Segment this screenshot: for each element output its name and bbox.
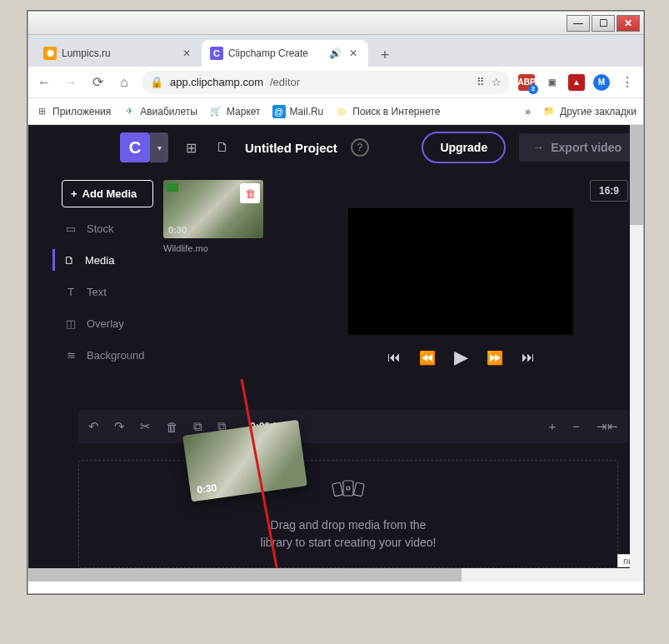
redo-button[interactable]: ↷ <box>114 419 125 434</box>
reload-button[interactable]: ⟳ <box>88 73 107 92</box>
zoom-out-button[interactable]: − <box>572 419 580 434</box>
logo-dropdown-icon[interactable]: ▾ <box>150 132 168 162</box>
back-button[interactable]: ← <box>35 73 53 92</box>
play-button[interactable]: ▶ <box>454 347 468 368</box>
tab-title: Lumpics.ru <box>62 47 175 59</box>
tab-favicon-icon: ✺ <box>43 47 57 60</box>
extension-box-icon[interactable]: ▣ <box>543 74 560 91</box>
delete-button[interactable]: 🗑 <box>166 420 178 434</box>
window-minimize-button[interactable]: — <box>567 15 590 32</box>
bookmark-overflow[interactable]: » <box>525 106 531 117</box>
lock-icon: 🔒 <box>150 76 163 88</box>
bookmark-apps[interactable]: ⊞ Приложения <box>35 105 111 118</box>
preview-canvas[interactable] <box>348 208 573 335</box>
tab-favicon-icon: C <box>210 47 223 60</box>
plus-icon: + <box>71 187 77 200</box>
rewind-button[interactable]: ⏪ <box>419 350 436 366</box>
bookmark-star-icon[interactable]: ☆ <box>492 76 502 88</box>
window-titlebar: — ☐ ✕ <box>28 12 643 35</box>
window-close-button[interactable]: ✕ <box>617 15 640 32</box>
vertical-scrollbar[interactable] <box>630 125 643 582</box>
media-icon: 🗋 <box>62 252 77 267</box>
add-media-button[interactable]: + Add Media <box>62 180 153 207</box>
sidebar-item-stock[interactable]: ▭ Stock <box>62 217 153 239</box>
sidebar: + Add Media ▭ Stock 🗋 Media T Text <box>62 180 153 403</box>
tab-close-icon[interactable]: ✕ <box>347 47 360 60</box>
tab-close-icon[interactable]: ✕ <box>180 47 193 60</box>
extension-abp-icon[interactable]: ABP 2 <box>518 74 535 91</box>
home-button[interactable]: ⌂ <box>115 73 133 92</box>
browser-menu-icon[interactable]: ⋮ <box>618 73 637 92</box>
horizontal-scrollbar[interactable] <box>28 568 630 582</box>
help-icon[interactable]: ? <box>351 138 369 157</box>
forward-button[interactable]: → <box>62 73 80 92</box>
clip-filename: Wildlife.mo <box>163 243 263 253</box>
project-title[interactable]: Untitled Project <box>245 141 337 155</box>
undo-button[interactable]: ↶ <box>88 419 99 434</box>
aspect-ratio-button[interactable]: 16:9 <box>590 180 628 202</box>
layout-icon[interactable]: ⊞ <box>182 138 200 157</box>
export-button[interactable]: → Export video <box>519 133 635 162</box>
bookmark-mail[interactable]: @ Mail.Ru <box>272 105 324 118</box>
stock-icon: ▭ <box>63 221 78 236</box>
bookmark-other[interactable]: 📁 Другие закладки <box>542 105 637 118</box>
app-logo[interactable]: C <box>120 132 150 162</box>
address-bar[interactable]: 🔒 app.clipchamp.com/editor ⠿ ☆ <box>142 71 510 94</box>
svg-rect-2 <box>353 482 364 497</box>
skip-start-button[interactable]: ⏮ <box>387 350 401 365</box>
preview-panel: 16:9 ⏮ ⏪ ▶ ⏩ ⏭ <box>293 180 628 403</box>
sidebar-item-overlay[interactable]: ◫ Overlay <box>62 312 153 334</box>
new-tab-button[interactable]: + <box>373 43 397 67</box>
upgrade-button[interactable]: Upgrade <box>422 132 506 163</box>
playback-controls: ⏮ ⏪ ▶ ⏩ ⏭ <box>293 347 628 368</box>
svg-rect-0 <box>343 481 353 496</box>
delete-clip-button[interactable]: 🗑 <box>240 183 260 203</box>
profile-avatar[interactable]: M <box>593 74 610 91</box>
bookmark-avia[interactable]: ✈ Авиабилеты <box>122 105 197 118</box>
background-icon: ≋ <box>63 347 78 362</box>
fit-timeline-button[interactable]: ⇥⇤ <box>597 419 618 434</box>
file-icon[interactable]: 🗋 <box>213 138 232 157</box>
bookmarks-bar: ⊞ Приложения ✈ Авиабилеты 🛒 Маркет @ Mai… <box>28 98 643 125</box>
tab-title: Clipchamp Create <box>228 47 323 59</box>
copy-button[interactable]: ⧉ <box>193 419 202 434</box>
export-arrow-icon: → <box>532 141 544 154</box>
overlay-icon: ◫ <box>63 316 78 331</box>
extension-pdf-icon[interactable]: ▲ <box>568 74 585 91</box>
svg-point-3 <box>347 487 350 490</box>
skip-end-button[interactable]: ⏭ <box>522 350 535 365</box>
url-host: app.clipchamp.com <box>170 76 263 88</box>
timeline-toolbar: ↶ ↷ ✂ 🗑 ⧉ ⧉ 0:00 / 0:00 + − ⇥⇤ <box>78 410 628 443</box>
tab-clipchamp[interactable]: C Clipchamp Create 🔊 ✕ <box>202 40 368 67</box>
media-clip-thumbnail[interactable]: 🗑 0:30 Wildlife.mo <box>163 180 263 403</box>
url-path: /editor <box>270 76 300 88</box>
fast-forward-button[interactable]: ⏩ <box>487 350 503 366</box>
bookmark-market[interactable]: 🛒 Маркет <box>209 105 261 118</box>
bookmark-search[interactable]: ◎ Поиск в Интернете <box>335 105 440 118</box>
tab-lumpics[interactable]: ✺ Lumpics.ru ✕ <box>35 40 202 67</box>
browser-tab-bar: ✺ Lumpics.ru ✕ C Clipchamp Create 🔊 ✕ + <box>28 35 643 67</box>
extension-badge: 2 <box>528 84 538 94</box>
drop-zone-text: Drag and drop media from the library to … <box>261 517 437 552</box>
translate-icon[interactable]: ⠿ <box>477 76 485 88</box>
drop-placeholder-icon <box>330 477 367 508</box>
timeline-drop-zone[interactable]: Drag and drop media from the library to … <box>78 460 618 568</box>
address-bar-row: ← → ⟳ ⌂ 🔒 app.clipchamp.com/editor ⠿ ☆ A… <box>28 67 643 98</box>
app-header: C ▾ ⊞ 🗋 Untitled Project ? Upgrade → Exp… <box>28 125 643 170</box>
cut-button[interactable]: ✂ <box>140 419 151 434</box>
text-icon: T <box>63 284 78 299</box>
sidebar-item-media[interactable]: 🗋 Media <box>52 249 153 271</box>
tab-audio-icon[interactable]: 🔊 <box>328 47 342 60</box>
app-clipchamp: C ▾ ⊞ 🗋 Untitled Project ? Upgrade → Exp… <box>28 125 643 582</box>
clip-badge-icon <box>167 183 178 192</box>
zoom-in-button[interactable]: + <box>548 419 556 434</box>
sidebar-item-text[interactable]: T Text <box>62 281 153 302</box>
svg-rect-1 <box>332 482 343 497</box>
window-maximize-button[interactable]: ☐ <box>592 15 615 32</box>
sidebar-item-background[interactable]: ≋ Background <box>62 344 153 366</box>
clip-duration: 0:30 <box>168 225 187 235</box>
